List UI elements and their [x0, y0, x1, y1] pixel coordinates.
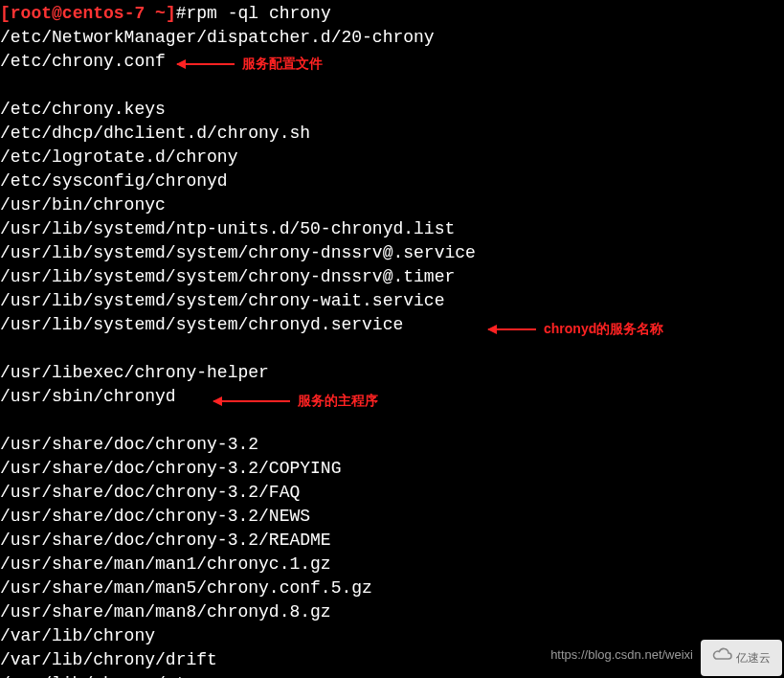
file-path: /etc/sysconfig/chronyd: [0, 171, 228, 191]
file-path: /usr/share/man/man8/chronyd.8.gz: [0, 602, 331, 622]
file-path: /usr/share/doc/chrony-3.2: [0, 435, 258, 454]
annotation-conf: 服务配置文件: [177, 52, 323, 76]
prompt-at: @: [52, 4, 62, 23]
output-line: /var/lib/chrony/rtc: [0, 672, 784, 678]
file-path: /usr/share/man/man1/chronyc.1.gz: [0, 554, 331, 574]
output-line: /etc/NetworkManager/dispatcher.d/20-chro…: [0, 26, 784, 50]
file-path: /usr/share/doc/chrony-3.2/COPYING: [0, 459, 341, 478]
output-line: /etc/dhcp/dhclient.d/chrony.sh: [0, 122, 784, 146]
file-path: /usr/bin/chronyc: [0, 195, 166, 215]
logo-badge: 亿速云: [701, 640, 782, 676]
output-line: /usr/lib/systemd/system/chrony-dnssrv@.s…: [0, 241, 784, 265]
arrow-icon: [213, 400, 290, 402]
file-path: /usr/libexec/chrony-helper: [0, 363, 269, 382]
file-path: /etc/chrony.keys: [0, 100, 166, 119]
output-line: /usr/share/man/man1/chronyc.1.gz: [0, 553, 784, 576]
file-path: /var/lib/chrony/rtc: [0, 674, 196, 678]
arrow-icon: [177, 63, 235, 65]
output-line: /usr/share/doc/chrony-3.2/README: [0, 529, 784, 553]
output-line: /usr/lib/systemd/system/chrony-dnssrv@.t…: [0, 265, 784, 289]
annotation-text: chronyd的服务名称: [544, 317, 663, 341]
output-line: /usr/share/doc/chrony-3.2: [0, 433, 784, 457]
output-line: /etc/sysconfig/chronyd: [0, 170, 784, 193]
output-line: /usr/bin/chronyc: [0, 193, 784, 217]
file-path: /etc/dhcp/dhclient.d/chrony.sh: [0, 124, 310, 143]
file-path: /usr/lib/systemd/system/chrony-dnssrv@.s…: [0, 243, 476, 262]
prompt-user: root: [11, 4, 52, 23]
file-path: /var/lib/chrony/drift: [0, 650, 217, 669]
output-line: /usr/share/man/man8/chronyd.8.gz: [0, 600, 784, 624]
output-line: /etc/chrony.keys: [0, 98, 784, 122]
output-line: /usr/share/doc/chrony-3.2/NEWS: [0, 505, 784, 529]
bracket-close: ]: [166, 4, 176, 23]
command-text: rpm -ql chrony: [187, 4, 331, 23]
file-path: /usr/share/doc/chrony-3.2/NEWS: [0, 507, 310, 526]
file-path: /usr/share/man/man5/chrony.conf.5.gz: [0, 578, 372, 598]
output-line: /usr/share/man/man5/chrony.conf.5.gz: [0, 576, 784, 600]
output-line: /usr/libexec/chrony-helper: [0, 361, 784, 385]
output-line: /usr/sbin/chronyd 服务的主程序: [0, 385, 784, 433]
bracket-open: [: [0, 4, 11, 23]
arrow-icon: [488, 328, 536, 330]
annotation-sbin: 服务的主程序: [213, 389, 378, 413]
file-path: /usr/lib/systemd/system/chronyd.service: [0, 315, 403, 334]
annotation-text: 服务的主程序: [298, 389, 378, 413]
file-path: /usr/share/doc/chrony-3.2/README: [0, 531, 331, 550]
prompt-host: centos-7: [62, 4, 145, 23]
cloud-icon: [712, 646, 733, 670]
output-line: /usr/lib/systemd/ntp-units.d/50-chronyd.…: [0, 217, 784, 241]
file-path: /etc/NetworkManager/dispatcher.d/20-chro…: [0, 28, 435, 47]
file-path: /usr/lib/systemd/ntp-units.d/50-chronyd.…: [0, 219, 455, 238]
file-path: /etc/logrotate.d/chrony: [0, 147, 237, 167]
output-line: /etc/chrony.conf 服务配置文件: [0, 50, 784, 98]
output-line: /usr/lib/systemd/system/chrony-wait.serv…: [0, 289, 784, 313]
file-path: /etc/chrony.conf: [0, 52, 166, 71]
output-line: /etc/logrotate.d/chrony: [0, 146, 784, 170]
file-path: /usr/lib/systemd/system/chrony-wait.serv…: [0, 291, 444, 310]
output-line: /usr/lib/systemd/system/chronyd.service …: [0, 313, 784, 361]
prompt-path: ~: [145, 4, 166, 23]
file-path: /usr/lib/systemd/system/chrony-dnssrv@.t…: [0, 267, 455, 286]
output-line: /usr/share/doc/chrony-3.2/FAQ: [0, 481, 784, 505]
output-line: /usr/share/doc/chrony-3.2/COPYING: [0, 457, 784, 481]
file-path: /usr/sbin/chronyd: [0, 387, 176, 406]
watermark-text: https://blog.csdn.net/weixi: [550, 643, 693, 667]
prompt-hash: #: [176, 4, 187, 23]
file-path: /var/lib/chrony: [0, 626, 155, 645]
logo-text: 亿速云: [736, 646, 771, 670]
annotation-text: 服务配置文件: [242, 52, 323, 76]
file-path: /usr/share/doc/chrony-3.2/FAQ: [0, 483, 300, 502]
annotation-service: chronyd的服务名称: [488, 317, 663, 341]
prompt-line-1: [root@centos-7 ~]#rpm -ql chrony: [0, 2, 784, 26]
